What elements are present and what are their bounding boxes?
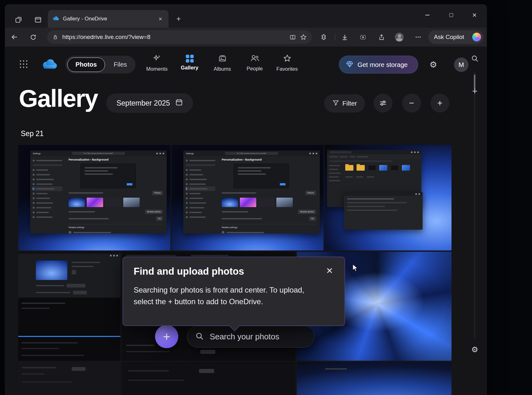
profile-avatar[interactable]: [394, 31, 405, 43]
filter-label: Filter: [342, 100, 357, 107]
refresh-button[interactable]: [27, 31, 39, 43]
photo-partial-row3-1[interactable]: [18, 362, 120, 395]
adjust-settings-button[interactable]: [374, 94, 392, 112]
site-security-lock-icon[interactable]: [52, 34, 58, 40]
nav-label: Albums: [213, 66, 231, 72]
zoom-out-button[interactable]: −: [402, 94, 421, 112]
scrollbar-track[interactable]: [474, 72, 475, 339]
url-text: https://onedrive.live.com/?view=8: [62, 34, 285, 41]
toggle-files-button[interactable]: Files: [105, 61, 136, 68]
web-capture-icon[interactable]: [357, 31, 369, 43]
onedrive-favicon: [52, 16, 59, 22]
onedrive-logo[interactable]: [41, 58, 58, 71]
filter-funnel-icon: [332, 99, 339, 108]
nav-item-favorites[interactable]: Favorites: [272, 54, 302, 77]
rail-settings-gear-icon[interactable]: ⚙: [469, 344, 480, 355]
favorite-star-icon[interactable]: [300, 34, 307, 41]
photo-settings-screenshot-1[interactable]: Settings Try "My mouse pointer is too sm…: [18, 145, 170, 250]
tooltip-close-icon[interactable]: ✕: [324, 265, 335, 277]
address-bar[interactable]: https://onedrive.live.com/?view=8: [47, 30, 312, 44]
copilot-icon: [472, 33, 481, 41]
tooltip-title: Find and upload photos: [134, 266, 334, 277]
more-options-icon[interactable]: [413, 31, 424, 43]
nav-item-people[interactable]: People: [240, 54, 270, 77]
toggle-photos-button[interactable]: Photos: [67, 58, 105, 72]
onedrive-page: Photos Files Moments Gallery: [5, 47, 487, 395]
photo-partial-row3-3[interactable]: [297, 362, 452, 395]
photo-search-bar[interactable]: [187, 326, 314, 348]
nav-item-gallery[interactable]: Gallery: [175, 54, 205, 77]
tab-close-icon[interactable]: ×: [157, 15, 164, 23]
ask-copilot-button[interactable]: Ask Copilot: [428, 30, 484, 44]
share-icon[interactable]: [376, 31, 387, 43]
split-screen-icon[interactable]: [289, 34, 296, 41]
onboarding-tooltip: Find and upload photos Searching for pho…: [123, 257, 345, 326]
add-photos-button[interactable]: +: [155, 325, 178, 348]
storage-label: Get more storage: [357, 61, 408, 69]
nav-label: Favorites: [276, 66, 298, 72]
toolbar-divider: [335, 33, 335, 41]
albums-icon: [218, 54, 227, 64]
photo-settings-screenshot-2[interactable]: Settings Try "My mouse pointer is too sm…: [171, 145, 324, 250]
rail-add-icon[interactable]: +: [469, 85, 480, 97]
workspaces-icon[interactable]: [14, 16, 23, 24]
account-avatar[interactable]: M: [454, 58, 468, 72]
date-group-label: Sep 21: [21, 129, 44, 138]
search-input[interactable]: [209, 332, 315, 342]
page-search-icon[interactable]: [469, 53, 480, 64]
diamond-icon: [346, 60, 354, 69]
photo-partial-row3-2[interactable]: [122, 362, 296, 395]
copilot-label: Ask Copilot: [434, 34, 469, 41]
page-title: Gallery: [19, 84, 98, 113]
date-filter-button[interactable]: September 2025: [106, 93, 193, 113]
browser-window: Gallery - OneDrive × + × https://onedriv…: [5, 4, 487, 395]
filter-button[interactable]: Filter: [324, 94, 365, 112]
moments-sparkle-icon: [153, 54, 161, 64]
nav-label: Moments: [146, 66, 168, 72]
people-icon: [250, 54, 259, 63]
new-tab-button[interactable]: +: [174, 14, 184, 24]
tab-title: Gallery - OneDrive: [63, 16, 153, 22]
nav-label: Gallery: [181, 65, 198, 71]
gallery-squares-icon: [186, 55, 194, 63]
app-launcher-icon[interactable]: [20, 60, 28, 69]
back-button[interactable]: [9, 31, 20, 43]
calendar-icon: [175, 98, 183, 108]
nav-item-moments[interactable]: Moments: [142, 54, 172, 77]
extensions-icon[interactable]: [318, 31, 329, 43]
window-maximize-button[interactable]: [445, 9, 458, 21]
photo-file-explorer-screenshot[interactable]: [324, 145, 452, 250]
downloads-icon[interactable]: [339, 31, 350, 43]
settings-gear-icon[interactable]: ⚙: [428, 59, 439, 70]
favorites-star-icon: [283, 54, 291, 64]
zoom-in-button[interactable]: +: [430, 94, 449, 112]
photos-files-toggle: Photos Files: [65, 56, 136, 74]
nav-label: People: [247, 66, 263, 72]
tab-actions-icon[interactable]: [34, 16, 42, 24]
tooltip-body: Searching for photos is front and center…: [134, 284, 322, 307]
get-more-storage-button[interactable]: Get more storage: [339, 56, 418, 74]
date-filter-label: September 2025: [116, 99, 170, 107]
mouse-cursor-icon: [352, 264, 358, 273]
tab-strip: Gallery - OneDrive × + ×: [5, 4, 487, 28]
browser-tab[interactable]: Gallery - OneDrive ×: [48, 10, 169, 28]
window-minimize-button[interactable]: [421, 9, 434, 21]
nav-item-albums[interactable]: Albums: [207, 54, 237, 77]
photo-editor-screenshot[interactable]: [18, 252, 120, 361]
window-close-button[interactable]: ×: [468, 9, 481, 21]
search-icon: [195, 332, 204, 342]
